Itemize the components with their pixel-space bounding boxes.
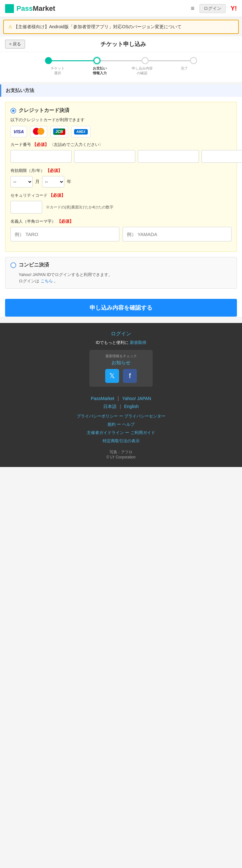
footer-login-link[interactable]: ログイン bbox=[5, 331, 237, 337]
name-first-input[interactable] bbox=[10, 227, 119, 241]
payment-section: クレジットカード決済 以下のクレジットカードが利用できます VISA JCB bbox=[0, 97, 242, 299]
footer-signup: IDでもっと便利に 新規取得 bbox=[5, 340, 237, 345]
lang-japanese-link[interactable]: 日本語 bbox=[103, 404, 116, 409]
payment-section-header: お支払い方法 bbox=[0, 84, 242, 97]
news-check-text: 最新情報をチェック bbox=[93, 354, 149, 359]
jcb-logo: JCB bbox=[50, 126, 68, 137]
security-required: 【必須】 bbox=[49, 193, 65, 198]
footer: ログイン IDでもっと便利に 新規取得 最新情報をチェック お知らせ 𝕏 f P… bbox=[0, 323, 242, 467]
privacy-center-link[interactable]: プライバシーセンター bbox=[124, 414, 165, 418]
step-label-3: 申し込み内容の確認 bbox=[130, 66, 155, 75]
name-required: 【必須】 bbox=[57, 219, 73, 224]
convenience-option-label: コンビニ決済 bbox=[19, 262, 49, 269]
step-label-1: チケット選択 bbox=[45, 66, 70, 75]
step-line-1 bbox=[52, 60, 94, 61]
card-logos-row: VISA JCB AMEX bbox=[10, 126, 232, 137]
expiry-label: 有効期限（月/年） 【必須】 bbox=[10, 168, 232, 174]
security-note: ※カードの(表)裏面3けたか4けたの数字 bbox=[46, 205, 113, 210]
card-number-input-2[interactable] bbox=[74, 150, 135, 163]
security-row: ※カードの(表)裏面3けたか4けたの数字 bbox=[10, 201, 232, 214]
card-number-input-1[interactable] bbox=[10, 150, 72, 163]
credit-option-label: クレジットカード決済 bbox=[19, 107, 69, 114]
card-number-row bbox=[10, 150, 232, 163]
language-row: 日本語 | English bbox=[5, 404, 237, 410]
amex-logo: AMEX bbox=[71, 126, 91, 137]
expiry-row: -- 01020304 05060708 09101112 月 -- 20242… bbox=[10, 176, 232, 187]
logo-icon bbox=[5, 4, 14, 13]
payment-section-title: お支払い方法 bbox=[6, 88, 34, 93]
security-code-input[interactable] bbox=[10, 201, 42, 214]
credit-radio-option[interactable]: クレジットカード決済 bbox=[10, 107, 232, 114]
step-circle-3 bbox=[142, 57, 148, 64]
step-circle-2 bbox=[94, 57, 100, 64]
copyright: © LY Corporation bbox=[5, 455, 237, 459]
step-circle-1 bbox=[45, 57, 52, 64]
news-box: 最新情報をチェック お知らせ 𝕏 f bbox=[89, 350, 153, 387]
mastercard-logo bbox=[30, 126, 47, 137]
credit-card-section: クレジットカード決済 以下のクレジットカードが利用できます VISA JCB bbox=[5, 102, 237, 252]
privacy-policy-link[interactable]: プライバシーポリシー bbox=[77, 414, 118, 418]
footer-bottom: 写真：アフロ © LY Corporation bbox=[5, 450, 237, 459]
facebook-button[interactable]: f bbox=[123, 369, 137, 383]
stepper-track bbox=[45, 57, 197, 64]
news-title: お知らせ bbox=[93, 360, 149, 366]
card-number-required: 【必須】 bbox=[32, 142, 49, 147]
yahoo-icon[interactable]: Y! bbox=[231, 5, 237, 12]
card-number-input-3[interactable] bbox=[138, 150, 199, 163]
back-bar: < 戻る チケット申し込み bbox=[0, 36, 242, 52]
name-row bbox=[10, 227, 232, 241]
facebook-icon: f bbox=[129, 372, 131, 380]
card-number-input-4[interactable] bbox=[202, 150, 242, 163]
twitter-icon: 𝕏 bbox=[109, 372, 115, 380]
passmarket-link[interactable]: PassMarket bbox=[91, 396, 114, 401]
footer-signup-link[interactable]: 新規取得 bbox=[130, 340, 146, 345]
step-label-2: お支払い情報入力 bbox=[87, 66, 112, 75]
twitter-button[interactable]: 𝕏 bbox=[105, 369, 119, 383]
credit-radio-dot[interactable] bbox=[10, 108, 16, 114]
photo-credit: 写真：アフロ bbox=[5, 450, 237, 455]
stepper-labels: チケット選択 お支払い情報入力 申し込み内容の確認 完了 bbox=[45, 66, 197, 75]
menu-icon[interactable]: ≡ bbox=[191, 5, 195, 12]
alert-banner[interactable]: 【主催者様向け】Android版「参加者管理アプリ」対応OSのバージョン変更につ… bbox=[3, 20, 239, 34]
app-header: PassMarket ≡ ログイン Y! bbox=[0, 0, 242, 17]
card-number-label: カード番号 【必須】 〈左詰めでご入力ください〉 bbox=[10, 142, 232, 148]
expiry-year-suffix: 年 bbox=[67, 179, 71, 185]
step-label-4: 完了 bbox=[172, 66, 197, 75]
convenience-section: コンビニ決済 Yahoo! JAPAN IDでログインすると利用できます。 ログ… bbox=[5, 257, 237, 289]
main-content: お支払い方法 クレジットカード決済 以下のクレジットカードが利用できます VIS… bbox=[0, 84, 242, 317]
commercial-law-link[interactable]: 特定商取引法の表示 bbox=[103, 438, 140, 443]
social-row: 𝕏 f bbox=[93, 369, 149, 383]
expiry-month-select[interactable]: -- 01020304 05060708 09101112 bbox=[10, 176, 33, 187]
credit-available-text: 以下のクレジットカードが利用できます bbox=[10, 117, 232, 123]
header-right: ≡ ログイン Y! bbox=[191, 4, 237, 13]
footer-policy: プライバシーポリシー ー プライバシーセンター 規約 ー ヘルプ 主催者ガイドラ… bbox=[5, 412, 237, 445]
help-link[interactable]: ヘルプ bbox=[122, 422, 135, 427]
confirm-button[interactable]: 申し込み内容を確認する bbox=[5, 299, 237, 317]
step-circle-4 bbox=[190, 57, 197, 64]
terms-link[interactable]: 規約 bbox=[107, 422, 116, 427]
stepper: チケット選択 お支払い情報入力 申し込み内容の確認 完了 bbox=[0, 52, 242, 82]
step-line-2 bbox=[100, 60, 142, 61]
back-button[interactable]: < 戻る bbox=[5, 40, 25, 49]
footer-links: PassMarket | Yahoo! JAPAN bbox=[5, 396, 237, 401]
user-guide-link[interactable]: ご利用ガイド bbox=[131, 430, 155, 435]
step-line-3 bbox=[148, 60, 190, 61]
convenience-radio-option[interactable]: コンビニ決済 bbox=[10, 262, 232, 269]
yahoo-japan-link[interactable]: Yahoo! JAPAN bbox=[122, 396, 151, 401]
convenience-radio-dot[interactable] bbox=[10, 262, 16, 268]
name-last-input[interactable] bbox=[123, 227, 232, 241]
expiry-year-select[interactable]: -- 2024202520262027 202820292030 bbox=[42, 176, 64, 187]
page-title: チケット申し込み bbox=[25, 40, 221, 48]
name-label: 名義人（半角ローマ字） 【必須】 bbox=[10, 219, 232, 224]
organizer-guide-link[interactable]: 主催者ガイドライン bbox=[87, 430, 124, 435]
convenience-note: Yahoo! JAPAN IDでログインすると利用できます。 ログインは こちら… bbox=[19, 272, 232, 284]
lang-english-link[interactable]: English bbox=[124, 404, 139, 409]
logo: PassMarket bbox=[5, 4, 55, 13]
security-label: セキュリティコード 【必須】 bbox=[10, 193, 232, 198]
logo-text: PassMarket bbox=[16, 4, 55, 13]
expiry-month-suffix: 月 bbox=[35, 179, 40, 185]
convenience-login-link[interactable]: こちら bbox=[40, 279, 53, 283]
visa-logo: VISA bbox=[10, 126, 27, 137]
login-button[interactable]: ログイン bbox=[200, 4, 226, 13]
expiry-required: 【必須】 bbox=[46, 168, 62, 173]
